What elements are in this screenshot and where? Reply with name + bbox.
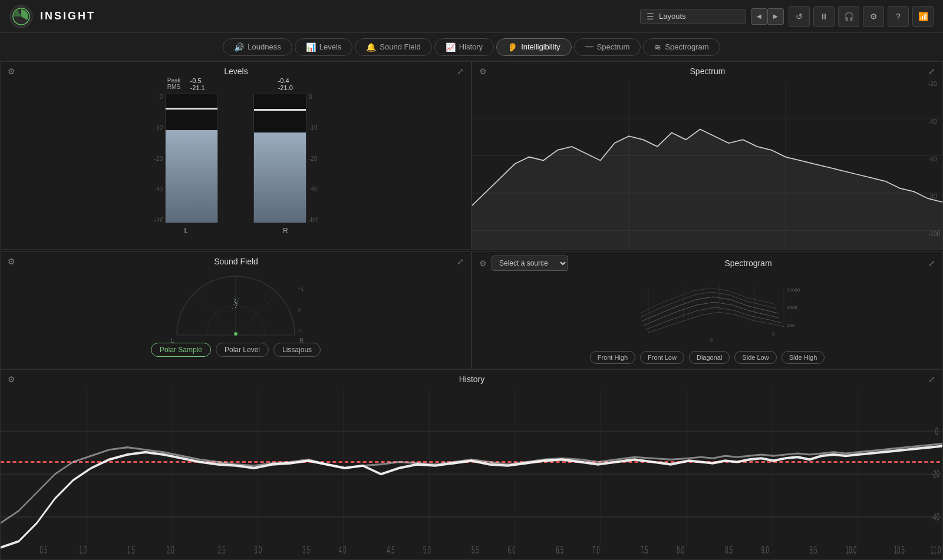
polar-level-button[interactable]: Polar Level xyxy=(216,343,269,357)
diagonal-button[interactable]: Diagonal xyxy=(689,351,730,364)
levels-gear-icon[interactable]: ⚙ xyxy=(8,67,15,76)
help-button[interactable]: ? xyxy=(888,6,909,27)
rms-val-right: -21.0 xyxy=(278,84,293,91)
tab-history[interactable]: 📈 History xyxy=(434,38,494,56)
svg-point-17 xyxy=(234,301,235,302)
levels-expand-icon[interactable]: ⤢ xyxy=(457,67,464,76)
header-icons: ↺ ⏸ 🎧 ⚙ ? 📶 xyxy=(789,6,934,27)
spectrum-expand-icon[interactable]: ⤢ xyxy=(928,67,935,76)
loudness-icon: 🔊 xyxy=(234,42,244,52)
polar-svg: +1 0 -1 L R xyxy=(165,273,306,338)
spectrum-svg: 100 1k 10k xyxy=(472,81,942,250)
pause-button[interactable]: ⏸ xyxy=(813,6,835,27)
tab-intelligibility-label: Intelligibility xyxy=(521,42,560,51)
side-low-button[interactable]: Side Low xyxy=(734,351,776,364)
loop-button[interactable]: ↺ xyxy=(789,6,810,27)
headphone-button[interactable]: 🎧 xyxy=(838,6,859,27)
svg-text:6.0: 6.0 xyxy=(507,544,515,555)
history-svg: 0.5 1.0 1.5 2.0 2.5 3.0 3.5 4.0 4.5 5.0 … xyxy=(1,389,942,560)
level-channel-left: Peak RMS -0.5 -21.1 0-10-20-40-Inf xyxy=(154,77,218,235)
svg-text:+1: +1 xyxy=(298,286,304,292)
polar-sample-button[interactable]: Polar Sample xyxy=(151,343,211,357)
spectrogram-panel: ⚙ Select a source Spectrogram ⤢ xyxy=(472,251,943,369)
svg-text:1.0: 1.0 xyxy=(79,544,87,555)
svg-text:5.5: 5.5 xyxy=(472,544,479,555)
spectrogram-panel-header: ⚙ Select a source Spectrogram ⤢ xyxy=(472,252,942,274)
spectrogram-expand-icon[interactable]: ⤢ xyxy=(928,259,935,268)
svg-point-18 xyxy=(236,303,238,304)
level-peak-line-left xyxy=(166,108,217,110)
svg-point-19 xyxy=(235,299,236,300)
menu-icon: ☰ xyxy=(647,12,654,21)
svg-text:2.0: 2.0 xyxy=(167,544,174,555)
main-content: ⚙ Levels ⤢ Peak RMS -0.5 -21.1 xyxy=(0,61,943,560)
level-peak-line-right xyxy=(254,109,306,111)
history-icon: 📈 xyxy=(446,42,456,52)
svg-text:1.5: 1.5 xyxy=(127,544,135,555)
settings-button[interactable]: ⚙ xyxy=(863,6,884,27)
soundfield-expand-icon[interactable]: ⤢ xyxy=(457,257,464,266)
history-panel: ⚙ History ⤢ xyxy=(0,369,943,561)
history-gear-icon[interactable]: ⚙ xyxy=(8,375,15,384)
tab-levels[interactable]: 📊 Levels xyxy=(295,38,353,56)
front-high-button[interactable]: Front High xyxy=(590,351,635,364)
level-channel-right: -0.4 -21.0 0-10-20-40-Inf xyxy=(253,77,317,235)
svg-point-20 xyxy=(236,305,237,306)
svg-text:-40: -40 xyxy=(932,511,939,522)
history-panel-header: ⚙ History ⤢ xyxy=(1,370,942,389)
svg-text:3.5: 3.5 xyxy=(302,544,310,555)
svg-text:5: 5 xyxy=(772,332,775,337)
svg-text:7.0: 7.0 xyxy=(592,544,600,555)
history-content: 0.5 1.0 1.5 2.0 2.5 3.0 3.5 4.0 4.5 5.0 … xyxy=(1,389,942,560)
tab-spectrogram-label: Spectrogram xyxy=(665,42,708,51)
lissajous-button[interactable]: Lissajous xyxy=(273,343,321,357)
layouts-control[interactable]: ☰ Layouts xyxy=(640,9,746,24)
svg-marker-8 xyxy=(472,129,942,250)
svg-point-25 xyxy=(238,298,239,299)
svg-point-16 xyxy=(235,301,237,303)
svg-text:1000: 1000 xyxy=(787,305,797,310)
svg-text:10.0: 10.0 xyxy=(846,544,856,555)
levels-panel: ⚙ Levels ⤢ Peak RMS -0.5 -21.1 xyxy=(0,61,472,250)
spectrogram-visual: 10000 1000 100 5 5 xyxy=(472,273,942,345)
signal-button[interactable]: 📶 xyxy=(912,6,934,27)
top-panels: ⚙ Levels ⤢ Peak RMS -0.5 -21.1 xyxy=(0,61,943,251)
svg-point-24 xyxy=(232,308,233,309)
side-high-button[interactable]: Side High xyxy=(782,351,825,364)
spectrum-panel-header: ⚙ Spectrum ⤢ xyxy=(472,62,942,81)
next-layout-button[interactable]: ▶ xyxy=(767,8,784,25)
soundfield-title: Sound Field xyxy=(15,257,457,266)
header: INSIGHT ☰ Layouts ◀ ▶ ↺ ⏸ 🎧 ⚙ ? 📶 xyxy=(0,0,943,33)
intelligibility-icon: 👂 xyxy=(507,42,517,52)
svg-text:4.5: 4.5 xyxy=(387,544,395,555)
svg-text:100: 100 xyxy=(787,323,795,328)
spectrum-gear-icon[interactable]: ⚙ xyxy=(479,67,487,76)
soundfield-gear-icon[interactable]: ⚙ xyxy=(8,257,15,266)
mid-panels: ⚙ Sound Field ⤢ xyxy=(0,251,943,369)
svg-text:9.5: 9.5 xyxy=(810,544,817,555)
front-low-button[interactable]: Front Low xyxy=(640,351,684,364)
tab-soundfield[interactable]: 🔔 Sound Field xyxy=(355,38,431,56)
spectrogram-gear-icon[interactable]: ⚙ xyxy=(479,259,487,268)
polar-display: +1 0 -1 L R xyxy=(165,273,306,338)
tab-soundfield-label: Sound Field xyxy=(380,42,420,51)
channel-label-left: L xyxy=(184,227,188,235)
svg-text:10.5: 10.5 xyxy=(894,544,905,555)
prev-layout-button[interactable]: ◀ xyxy=(751,8,767,25)
tab-spectrogram[interactable]: ≋ Spectrogram xyxy=(643,38,720,56)
history-title: History xyxy=(15,375,928,384)
svg-text:-1: -1 xyxy=(298,327,302,333)
svg-point-26 xyxy=(234,332,238,336)
history-expand-icon[interactable]: ⤢ xyxy=(928,375,935,384)
levels-panel-header: ⚙ Levels ⤢ xyxy=(1,62,471,81)
tab-loudness-label: Loudness xyxy=(248,42,281,51)
soundfield-icon: 🔔 xyxy=(366,42,376,52)
tab-loudness[interactable]: 🔊 Loudness xyxy=(223,38,292,56)
tab-intelligibility[interactable]: 👂 Intelligibility xyxy=(496,38,571,56)
svg-point-21 xyxy=(233,304,235,305)
source-select[interactable]: Select a source xyxy=(492,256,568,271)
tab-spectrum[interactable]: 〰 Spectrum xyxy=(574,38,641,56)
soundfield-panel-header: ⚙ Sound Field ⤢ xyxy=(1,252,471,271)
svg-text:4.0: 4.0 xyxy=(339,544,347,555)
layouts-label: Layouts xyxy=(659,12,740,21)
